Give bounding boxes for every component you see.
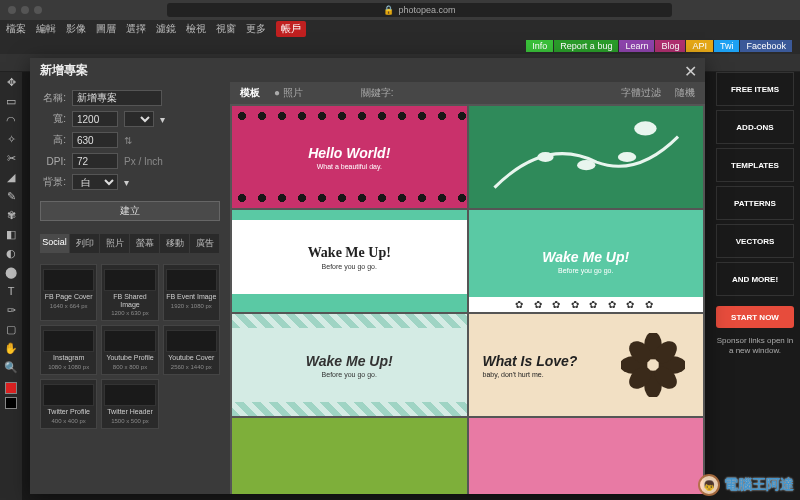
chevron-down-icon: ▾ [160, 114, 165, 125]
dpi-input[interactable] [72, 153, 118, 169]
preset-fb-shared[interactable]: FB Shared Image1200 x 630 px [101, 264, 158, 321]
preset-instagram[interactable]: Instagram1080 x 1080 px [40, 325, 97, 375]
preset-twitter-profile[interactable]: Twitter Profile400 x 400 px [40, 379, 97, 429]
template-item[interactable]: Wake Me Up!Before you go go. [232, 210, 467, 312]
template-item[interactable] [469, 418, 704, 494]
height-input[interactable] [72, 132, 118, 148]
promo-more[interactable]: AND MORE! [716, 262, 794, 296]
eyedropper-tool[interactable]: ◢ [3, 169, 19, 185]
template-item[interactable]: Hello World!What a beautiful day. [232, 106, 467, 208]
promo-vectors[interactable]: VECTORS [716, 224, 794, 258]
menu-select[interactable]: 選擇 [126, 22, 146, 36]
shape-tool[interactable]: ▢ [3, 321, 19, 337]
svg-point-3 [634, 121, 656, 135]
close-icon[interactable]: ✕ [684, 62, 697, 81]
watermark: 👦 電腦王阿達 [698, 474, 794, 496]
clone-tool[interactable]: ✾ [3, 207, 19, 223]
template-item[interactable]: Wake Me Up!Before you go go. [232, 314, 467, 416]
menu-more[interactable]: 更多 [246, 22, 266, 36]
tab-social[interactable]: Social [40, 234, 70, 253]
app-menubar: 檔案 編輯 影像 圖層 選擇 濾鏡 檢視 視窗 更多 帳戶 [0, 20, 800, 38]
project-form: 名稱: 寬:px▾ 高:⇅ DPI:Px / Inch 背景:白▾ 建立 Soc… [30, 82, 230, 494]
name-label: 名稱: [40, 91, 66, 105]
url-text: photopea.com [398, 5, 455, 15]
browser-titlebar: 🔒 photopea.com [0, 0, 800, 20]
window-controls[interactable] [8, 6, 42, 14]
tab-photo[interactable]: 照片 [100, 234, 130, 253]
link-info[interactable]: Info [526, 40, 553, 52]
promo-patterns[interactable]: PATTERNS [716, 186, 794, 220]
menu-account[interactable]: 帳戶 [276, 21, 306, 37]
create-button[interactable]: 建立 [40, 201, 220, 221]
sponsor-note: Sponsor links open in a new window. [714, 336, 796, 357]
aspect-lock-icon[interactable]: ⇅ [124, 135, 132, 146]
tab-mobile[interactable]: 移動 [160, 234, 190, 253]
menu-image[interactable]: 影像 [66, 22, 86, 36]
menu-filter[interactable]: 濾鏡 [156, 22, 176, 36]
template-item[interactable]: What Is Love?baby, don't hurt me. [469, 314, 704, 416]
templates-grid: Hello World!What a beautiful day. Wake M… [230, 104, 705, 494]
preset-fb-page-cover[interactable]: FB Page Cover1640 x 664 px [40, 264, 97, 321]
link-learn[interactable]: Learn [619, 40, 654, 52]
lasso-tool[interactable]: ◠ [3, 112, 19, 128]
keyword-label: 關鍵字: [361, 86, 394, 100]
font-filter-button[interactable]: 字體过滤 [621, 86, 661, 100]
width-input[interactable] [72, 111, 118, 127]
template-item[interactable] [232, 418, 467, 494]
brush-tool[interactable]: ✎ [3, 188, 19, 204]
templates-panel: 模板 ● 照片 關鍵字: 字體过滤 隨機 Hello World!What a … [230, 82, 705, 494]
foreground-swatch[interactable] [5, 382, 17, 394]
promo-free-items[interactable]: FREE ITEMS [716, 72, 794, 106]
tab-print[interactable]: 列印 [70, 234, 100, 253]
menu-file[interactable]: 檔案 [6, 22, 26, 36]
zoom-tool[interactable]: 🔍 [3, 359, 19, 375]
url-bar[interactable]: 🔒 photopea.com [167, 3, 672, 17]
link-report-bug[interactable]: Report a bug [554, 40, 618, 52]
start-now-button[interactable]: START NOW [716, 306, 794, 328]
template-item[interactable]: Wake Me Up!Before you go go. [469, 210, 704, 312]
link-facebook[interactable]: Facebook [740, 40, 792, 52]
template-item[interactable] [469, 106, 704, 208]
menu-layer[interactable]: 圖層 [96, 22, 116, 36]
link-api[interactable]: API [686, 40, 713, 52]
eraser-tool[interactable]: ◧ [3, 226, 19, 242]
tab-screen[interactable]: 螢幕 [130, 234, 160, 253]
promo-templates[interactable]: TEMPLATES [716, 148, 794, 182]
name-input[interactable] [72, 90, 162, 106]
wand-tool[interactable]: ✧ [3, 131, 19, 147]
type-tool[interactable]: T [3, 283, 19, 299]
gradient-tool[interactable]: ◐ [3, 245, 19, 261]
dpi-label: DPI: [40, 156, 66, 167]
bg-label: 背景: [40, 175, 66, 189]
preset-fb-event[interactable]: FB Event Image1920 x 1080 px [163, 264, 220, 321]
svg-point-12 [647, 359, 659, 371]
svg-point-2 [617, 152, 635, 162]
random-button[interactable]: 隨機 [675, 86, 695, 100]
promo-addons[interactable]: ADD-ONS [716, 110, 794, 144]
hand-tool[interactable]: ✋ [3, 340, 19, 356]
preset-youtube-profile[interactable]: Youtube Profile800 x 800 px [101, 325, 158, 375]
bg-select[interactable]: 白 [72, 174, 118, 190]
width-unit-select[interactable]: px [124, 111, 154, 127]
menu-edit[interactable]: 編輯 [36, 22, 56, 36]
promo-sidebar: FREE ITEMS ADD-ONS TEMPLATES PATTERNS VE… [714, 72, 796, 357]
menu-window[interactable]: 視窗 [216, 22, 236, 36]
preset-grid: FB Page Cover1640 x 664 px FB Shared Ima… [40, 264, 220, 429]
link-twitter[interactable]: Twi [714, 40, 740, 52]
move-tool[interactable]: ✥ [3, 74, 19, 90]
tab-ads[interactable]: 廣告 [190, 234, 220, 253]
link-blog[interactable]: Blog [655, 40, 685, 52]
chevron-down-icon: ▾ [124, 177, 129, 188]
top-links: Info Report a bug Learn Blog API Twi Fac… [0, 38, 800, 54]
pen-tool[interactable]: ✑ [3, 302, 19, 318]
preset-twitter-header[interactable]: Twitter Header1500 x 500 px [101, 379, 158, 429]
background-swatch[interactable] [5, 397, 17, 409]
crop-tool[interactable]: ✂ [3, 150, 19, 166]
tab-templates[interactable]: 模板 [240, 86, 260, 100]
blur-tool[interactable]: ⬤ [3, 264, 19, 280]
tab-photos[interactable]: ● 照片 [274, 86, 303, 100]
tools-panel: ✥ ▭ ◠ ✧ ✂ ◢ ✎ ✾ ◧ ◐ ⬤ T ✑ ▢ ✋ 🔍 [0, 72, 22, 500]
marquee-tool[interactable]: ▭ [3, 93, 19, 109]
menu-view[interactable]: 檢視 [186, 22, 206, 36]
preset-youtube-cover[interactable]: Youtube Cover2560 x 1440 px [163, 325, 220, 375]
